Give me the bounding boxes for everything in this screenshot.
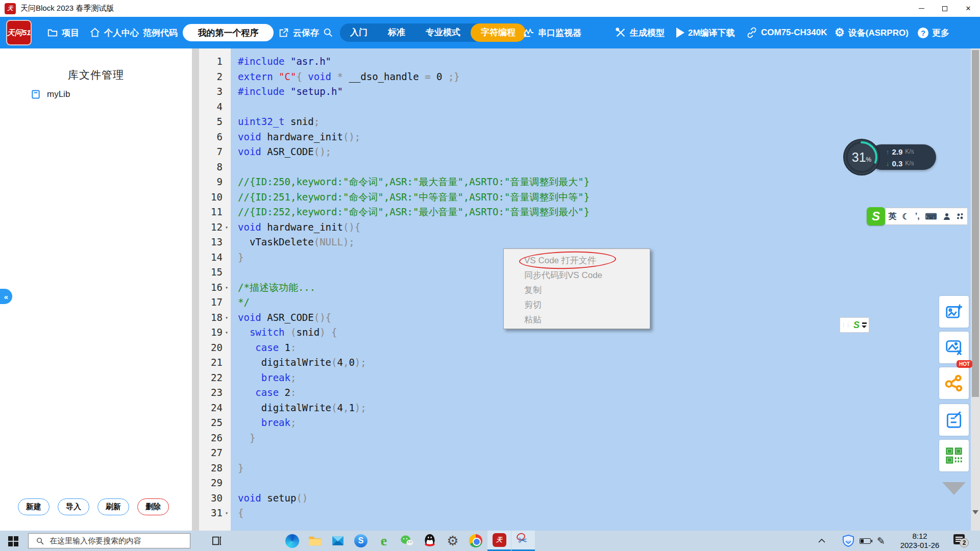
serial-monitor-button[interactable]: 串口监视器: [523, 17, 581, 48]
memory-percent-ball[interactable]: 31%: [842, 138, 881, 177]
moon-icon[interactable]: ☾: [902, 212, 909, 221]
menu-item-open-in-vscode[interactable]: VS Code 打开文件: [504, 253, 650, 268]
taskbar-mail-button[interactable]: [326, 531, 350, 551]
fold-arrow-icon[interactable]: ▾: [223, 325, 231, 340]
taskbar-sogou-button[interactable]: S: [349, 531, 373, 551]
fold-arrow-icon[interactable]: ▾: [223, 506, 231, 521]
close-button[interactable]: ✕: [957, 0, 980, 17]
code-line-3[interactable]: 3#include "setup.h": [199, 84, 971, 99]
menu-item-paste[interactable]: 粘贴: [504, 312, 650, 327]
menu-item-cut[interactable]: 剪切: [504, 297, 650, 312]
taskbar-wechat-button[interactable]: [395, 531, 419, 551]
link-icon: [746, 27, 757, 38]
project-button[interactable]: 项目: [47, 17, 79, 48]
app-logo[interactable]: 天问51: [6, 20, 32, 45]
personal-center-button[interactable]: 个人中心: [89, 17, 139, 48]
library-item-mylib[interactable]: myLib: [31, 89, 70, 99]
language-mode-icon[interactable]: 英: [888, 211, 896, 222]
code-line-2[interactable]: 2extern "C"{ void * __dso_handle = 0 ;}: [199, 69, 971, 85]
tray-security-shield[interactable]: [841, 531, 855, 551]
code-line-28[interactable]: 28}: [199, 461, 971, 476]
code-line-31[interactable]: 31▾{: [199, 506, 971, 521]
example-code-button[interactable]: 范例代码: [143, 17, 178, 48]
code-line-11[interactable]: 11//{ID:252,keyword:"命令词",ASR:"最小音量",ASR…: [199, 205, 971, 220]
taskbar-screenshot-button[interactable]: ✂: [511, 531, 535, 551]
code-line-13[interactable]: 13 vTaskDelete(NULL);: [199, 235, 971, 250]
taskbar-edge-button[interactable]: [280, 531, 304, 551]
sidebar-divider[interactable]: [192, 48, 199, 531]
generate-model-button[interactable]: 生成模型: [615, 17, 665, 48]
delete-button[interactable]: 删除: [137, 498, 169, 515]
code-line-9[interactable]: 9//{ID:250,keyword:"命令词",ASR:"最大音量",ASRT…: [199, 174, 971, 190]
tab-text-programming[interactable]: 字符编程: [471, 23, 526, 42]
com-port-button[interactable]: COM75-CH340K: [746, 17, 827, 48]
search-button[interactable]: [323, 17, 334, 48]
taskbar-explorer-button[interactable]: [303, 531, 327, 551]
maximize-button[interactable]: [933, 0, 957, 17]
tab-professional[interactable]: 专业模式: [415, 23, 471, 42]
net-speed-widget[interactable]: ↑ 2.9 K/s ↓ 0.3 K/s 31%: [842, 138, 937, 177]
fold-gutter: [223, 160, 231, 175]
refresh-button[interactable]: 刷新: [97, 498, 129, 515]
sogou-logo-icon[interactable]: S: [867, 207, 885, 226]
more-button[interactable]: ? 更多: [918, 17, 949, 48]
code-line-30[interactable]: 30void setup(): [199, 491, 971, 506]
device-button[interactable]: ⚙ 设备(ASRPRO): [835, 17, 909, 48]
punctuation-icon[interactable]: ’,: [915, 212, 920, 221]
fold-arrow-icon[interactable]: ▾: [223, 280, 231, 295]
code-line-26[interactable]: 26 }: [199, 431, 971, 446]
current-file-pill[interactable]: 我的第一个程序: [183, 24, 274, 41]
scrollbar-thumb[interactable]: [972, 50, 979, 397]
qr-code-button[interactable]: [939, 440, 969, 471]
code-line-23[interactable]: 23 case 2:: [199, 385, 971, 400]
code-line-29[interactable]: 29: [199, 475, 971, 491]
tab-standard[interactable]: 标准: [378, 23, 415, 42]
taskbar-settings-button[interactable]: ⚙: [441, 531, 464, 551]
compile-download-button[interactable]: 2M编译下载: [676, 17, 735, 48]
tray-expand-chevron[interactable]: [815, 531, 829, 551]
code-line-24[interactable]: 24 digitalWrite(4,1);: [199, 400, 971, 416]
share-button[interactable]: [939, 367, 969, 399]
cloud-save-button[interactable]: 云保存: [278, 17, 319, 48]
code-line-5[interactable]: 5uint32_t snid;: [199, 114, 971, 130]
new-button[interactable]: 新建: [18, 498, 50, 515]
action-center-button[interactable]: 2: [953, 534, 966, 545]
tray-pen[interactable]: ✎: [874, 531, 888, 551]
code-line-21[interactable]: 21 digitalWrite(4,0);: [199, 355, 971, 370]
taskbar-chrome-button[interactable]: [464, 531, 487, 551]
fold-arrow-icon[interactable]: ▾: [223, 220, 231, 235]
ime-mini-menu-icon[interactable]: [862, 322, 867, 328]
tray-battery[interactable]: [857, 531, 873, 551]
collapse-toolbar-arrow[interactable]: [942, 482, 966, 495]
code-line-27[interactable]: 27: [199, 445, 971, 461]
taskbar-browser360-button[interactable]: e: [372, 531, 396, 551]
remove-image-button[interactable]: [939, 332, 969, 363]
menu-item-sync-to-vscode[interactable]: 同步代码到VS Code: [504, 268, 650, 283]
add-image-button[interactable]: [939, 296, 969, 328]
code-line-20[interactable]: 20 case 1:: [199, 340, 971, 356]
person-icon[interactable]: [943, 212, 951, 220]
minimize-button[interactable]: [910, 0, 933, 17]
code-line-22[interactable]: 22 break;: [199, 370, 971, 386]
code-line-4[interactable]: 4: [199, 99, 971, 115]
grid-menu-icon[interactable]: [956, 212, 964, 220]
fold-arrow-icon[interactable]: ▾: [223, 310, 231, 325]
tab-beginner[interactable]: 入门: [340, 23, 378, 42]
menu-item-copy[interactable]: 复制: [504, 283, 650, 297]
editor-scrollbar[interactable]: [971, 48, 980, 531]
start-button[interactable]: [8, 536, 18, 546]
code-line-25[interactable]: 25 break;: [199, 415, 971, 431]
keyboard-icon[interactable]: ⌨: [925, 212, 937, 221]
taskbar-search-input[interactable]: 在这里输入你要搜索的内容: [28, 533, 190, 548]
code-line-12[interactable]: 12▾void hardware_init(){: [199, 220, 971, 235]
scrollbar-down-arrow[interactable]: [972, 510, 978, 514]
task-view-button[interactable]: [212, 536, 222, 545]
code-line-10[interactable]: 10//{ID:251,keyword:"命令词",ASR:"中等音量",ASR…: [199, 190, 971, 205]
ime-mini-widget[interactable]: ⋮⋮ S: [840, 317, 869, 333]
import-button[interactable]: 导入: [58, 498, 89, 515]
code-line-1[interactable]: 1#include "asr.h": [199, 54, 971, 69]
taskbar-qq-button[interactable]: [418, 531, 442, 551]
edit-note-button[interactable]: [939, 404, 969, 436]
tray-clock[interactable]: 8:12 2023-01-26: [894, 532, 945, 550]
taskbar-tianwen-button[interactable]: 天: [487, 531, 511, 551]
